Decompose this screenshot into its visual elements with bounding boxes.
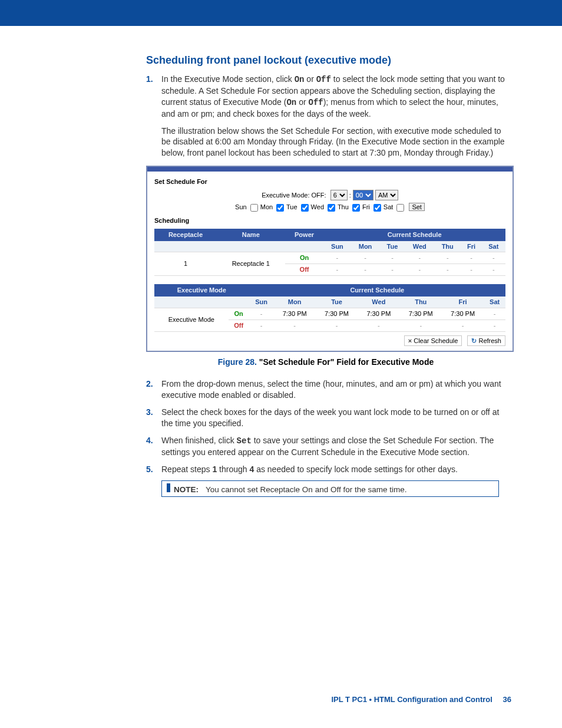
on-sat: - — [484, 308, 505, 319]
day-wed-checkbox[interactable] — [328, 204, 335, 212]
screenshot-panel: Set Schedule For Executive Mode: OFF: 6 … — [146, 166, 514, 352]
hdr-name: Name — [217, 229, 285, 241]
on-thu: 7:30 PM — [400, 308, 442, 319]
on-mon: 7:30 PM — [273, 308, 315, 319]
top-color-bar — [0, 0, 562, 26]
note-text: You cannot set Receptacle On and Off for… — [206, 485, 406, 494]
step-1-number: 1. — [146, 74, 153, 85]
day-sat-checkbox[interactable] — [396, 204, 404, 212]
power-on-label[interactable]: On — [285, 252, 324, 264]
rec-name: Receptacle 1 — [217, 252, 285, 276]
step-1-text-a: In the Executive Mode section, click — [161, 74, 295, 84]
on-tue: 7:30 PM — [316, 308, 358, 319]
col2-wed: Wed — [358, 297, 399, 308]
rec-number: 1 — [154, 252, 217, 276]
inline-off-1: Off — [316, 75, 331, 84]
hour-select[interactable]: 6 — [330, 190, 348, 200]
ampm-select[interactable]: AM — [375, 190, 398, 200]
step-3-number: 3. — [146, 407, 153, 418]
screenshot-titlebar — [147, 167, 513, 172]
col-thu: Thu — [434, 241, 461, 252]
day-mon-checkbox[interactable] — [276, 204, 284, 212]
step-5-text-a: Repeat steps — [161, 465, 212, 474]
step-1-para2: The illustration below shows the Set Sch… — [161, 126, 505, 159]
inline-on-2: On — [286, 98, 296, 107]
step-2: 2. From the drop-down menus, select the … — [146, 378, 505, 401]
exec-mode-row-label: Executive Mode — [154, 308, 229, 331]
col-sun: Sun — [323, 241, 351, 252]
note-label: NOTE: — [174, 485, 199, 494]
footer-title: IPL T PC1 • HTML Configuration and Contr… — [331, 695, 492, 704]
col-mon: Mon — [351, 241, 380, 252]
exec-mode-schedule-table: Executive Mode Current Schedule Sun Mon … — [154, 284, 505, 331]
refresh-icon: ↻ — [471, 337, 477, 344]
exec-mode-form-row: Executive Mode: OFF: 6 : 00 AM — [154, 190, 505, 200]
step-1-mid: or — [304, 74, 316, 84]
col2-fri: Fri — [442, 297, 484, 308]
exec-mode-off-label: Executive Mode: OFF: — [262, 192, 326, 199]
col2-tue: Tue — [316, 297, 358, 308]
day-thu-label: Thu — [338, 203, 349, 210]
minute-select[interactable]: 00 — [353, 190, 373, 200]
step-2-number: 2. — [146, 378, 153, 390]
col-wed: Wed — [405, 241, 434, 252]
inline-on-1: On — [295, 75, 305, 84]
exec-on-label[interactable]: On — [229, 308, 249, 319]
time-colon: : — [349, 192, 351, 199]
col-sat: Sat — [482, 241, 505, 252]
day-sun-checkbox[interactable] — [250, 204, 258, 212]
set-button[interactable]: Set — [409, 203, 425, 211]
step-5-number: 5. — [146, 464, 153, 475]
step-5: 5. Repeat steps 1 through 4 as needed to… — [146, 464, 505, 475]
day-mon-label: Mon — [260, 203, 273, 210]
step-5-mid: through — [217, 465, 249, 474]
days-row: Sun Mon Tue Wed Thu Fri Sat Set — [154, 203, 505, 212]
table-row: Executive Mode On - 7:30 PM 7:30 PM 7:30… — [154, 308, 505, 319]
day-tue-checkbox[interactable] — [301, 204, 309, 212]
col2-thu: Thu — [400, 297, 442, 308]
day-sun-label: Sun — [235, 203, 247, 210]
step-5-text-b: as needed to specify lock mode settings … — [254, 465, 458, 474]
figure-title: "Set Schedule For" Field for Executive M… — [257, 357, 434, 367]
col2-sun: Sun — [249, 297, 274, 308]
hdr-current-schedule-2: Current Schedule — [249, 284, 505, 297]
inline-set: Set — [237, 436, 252, 446]
step-4-number: 4. — [146, 435, 153, 446]
day-thu-checkbox[interactable] — [352, 204, 360, 212]
power-off-label[interactable]: Off — [285, 264, 324, 276]
day-fri-checkbox[interactable] — [373, 204, 381, 212]
exec-off-label[interactable]: Off — [229, 319, 249, 331]
on-fri: 7:30 PM — [442, 308, 484, 319]
refresh-button[interactable]: ↻Refresh — [467, 335, 505, 347]
figure-caption: Figure 28. "Set Schedule For" Field for … — [146, 357, 505, 368]
col2-mon: Mon — [273, 297, 315, 308]
day-fri-label: Fri — [362, 203, 370, 210]
section-heading: Scheduling front panel lockout (executiv… — [146, 54, 505, 67]
hdr-receptacle: Receptacle — [154, 229, 217, 241]
receptacle-schedule-table: Receptacle Name Power Current Schedule S… — [154, 229, 505, 276]
page-footer: IPL T PC1 • HTML Configuration and Contr… — [0, 695, 562, 704]
step-3-text: Select the check boxes for the days of t… — [161, 407, 499, 428]
col-tue: Tue — [380, 241, 405, 252]
on-sun: - — [249, 308, 274, 319]
note-accent-bar — [167, 483, 170, 492]
step-2-text: From the drop-down menus, select the tim… — [161, 379, 501, 400]
scheduling-title: Scheduling — [154, 216, 505, 225]
set-schedule-for-title: Set Schedule For — [154, 177, 505, 186]
footer-page-number: 36 — [503, 695, 511, 704]
step-4: 4. When finished, click Set to save your… — [146, 435, 505, 458]
day-wed-label: Wed — [311, 203, 324, 210]
clear-schedule-button[interactable]: ×Clear Schedule — [404, 335, 462, 347]
day-tue-label: Tue — [286, 203, 297, 210]
hdr-power: Power — [285, 229, 324, 241]
step-1-mid2: or — [296, 97, 308, 107]
note-box: NOTE: You cannot set Receptacle On and O… — [161, 480, 499, 497]
table-row: 1 Receptacle 1 On ------- — [154, 252, 505, 264]
col-fri: Fri — [461, 241, 481, 252]
figure-number: Figure 28. — [218, 357, 257, 367]
day-sat-label: Sat — [384, 203, 394, 210]
step-1: 1. In the Executive Mode section, click … — [146, 74, 505, 368]
on-wed: 7:30 PM — [358, 308, 399, 319]
step-3: 3. Select the check boxes for the days o… — [146, 407, 505, 429]
step-4-text-a: When finished, click — [161, 436, 237, 445]
